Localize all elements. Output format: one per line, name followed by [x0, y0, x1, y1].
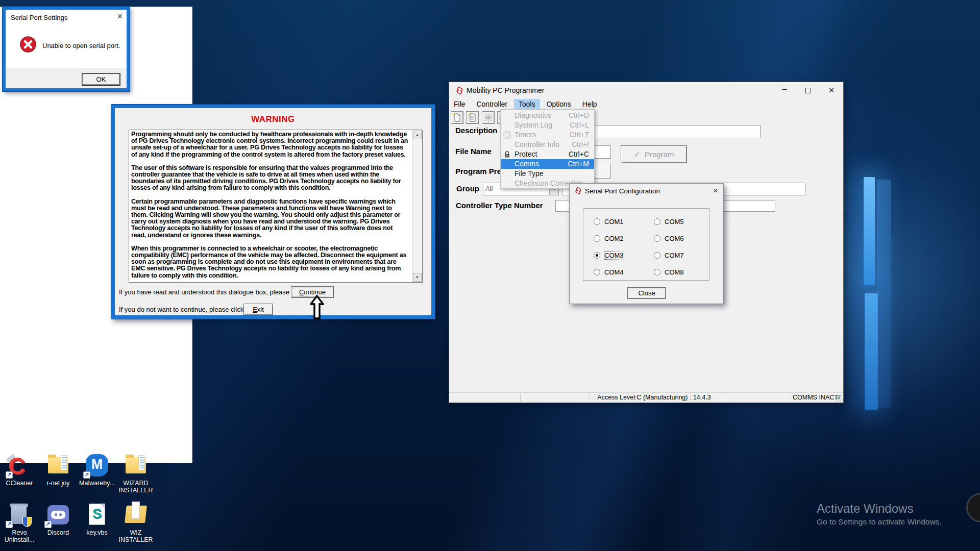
- shortcut-arrow-icon: [6, 471, 13, 479]
- maximize-icon: [805, 88, 811, 93]
- radio-icon[interactable]: [654, 269, 660, 276]
- shortcut-arrow-icon: [44, 521, 52, 528]
- folder-icon: [124, 453, 148, 478]
- activate-title: Activate Windows: [817, 502, 942, 516]
- desktop-icon-wiz-installer[interactable]: WIZ INSTALLER: [116, 503, 155, 543]
- edge-floating-bubble[interactable]: [966, 493, 980, 522]
- radio-icon[interactable]: [594, 235, 600, 242]
- group-value: All: [485, 185, 493, 192]
- activate-windows-watermark: Activate Windows Go to Settings to activ…: [817, 502, 942, 527]
- radio-icon[interactable]: [654, 218, 660, 225]
- description-label: Description: [455, 126, 498, 135]
- menu-item-protect[interactable]: ProtectCtrl+C: [501, 149, 594, 159]
- shortcut-arrow-icon: [6, 521, 13, 528]
- desktop-icon-malwarebytes[interactable]: Malwareby...: [78, 453, 116, 487]
- discord-icon: [46, 503, 70, 527]
- window-title: Mobility PC Programmer: [467, 86, 544, 94]
- program-button[interactable]: ✓Program: [621, 145, 687, 163]
- shortcut-arrow-icon: [83, 471, 90, 479]
- close-button[interactable]: ×: [820, 82, 843, 99]
- desktop-icon-revo-uninstaller[interactable]: Revo Uninstall...: [0, 503, 39, 543]
- controller-type-label: Controller Type Number: [456, 201, 543, 210]
- vbscript-file-icon: S: [85, 503, 109, 527]
- radio-com7[interactable]: COM7: [654, 252, 684, 260]
- scroll-up-arrow-icon[interactable]: ▲: [413, 131, 422, 139]
- radio-com8[interactable]: COM8: [654, 268, 684, 277]
- status-access-level: Access Level:C (Manufacturing) : 14.4.3: [590, 394, 719, 401]
- warning-dialog: WARNING Programming should only be condu…: [111, 105, 435, 319]
- status-bar: Access Level:C (Manufacturing) : 14.4.3 …: [449, 392, 843, 403]
- menu-item-diagnostics[interactable]: DiagnosticsCtrl+D: [501, 111, 594, 120]
- wallpaper-logo-pane: [877, 180, 891, 408]
- serial-port-settings-dialog: Serial Port Settings × Unable to open se…: [3, 7, 130, 91]
- ok-button[interactable]: OK: [82, 73, 120, 85]
- warning-text: Programming should only be conducted by …: [131, 131, 409, 283]
- clock-icon: [503, 131, 511, 139]
- menu-tools[interactable]: Tools: [514, 99, 540, 110]
- radio-com1[interactable]: COM1: [594, 218, 624, 226]
- maximize-button[interactable]: [796, 82, 820, 99]
- desktop-icon-key-vbs[interactable]: S key.vbs: [78, 503, 116, 536]
- open-folder-icon: [124, 503, 148, 527]
- radio-com4[interactable]: COM4: [594, 268, 624, 277]
- menu-item-timers[interactable]: TimersCtrl+T: [501, 130, 594, 140]
- title-bar: Mobility PC Programmer – ×: [449, 82, 843, 99]
- menu-options[interactable]: Options: [542, 99, 576, 110]
- exit-prompt: If you do not want to continue, please c…: [119, 306, 261, 313]
- program-preset-label: Program Pre: [455, 167, 501, 176]
- new-file-button[interactable]: [451, 111, 463, 124]
- menu-item-system-log[interactable]: System LogCtrl+L: [501, 120, 594, 130]
- wallpaper-logo-bar-top: [864, 177, 875, 285]
- menu-controller[interactable]: Controller: [472, 99, 512, 110]
- radio-icon-selected[interactable]: [594, 252, 600, 259]
- warning-paragraph: When this programmer is connected to a w…: [131, 245, 409, 279]
- resize-grip[interactable]: [836, 395, 843, 402]
- menu-item-comms[interactable]: CommsCtrl+M: [501, 159, 594, 169]
- minimize-button[interactable]: –: [773, 82, 796, 99]
- radio-com6[interactable]: COM6: [654, 235, 684, 243]
- wallpaper-logo-bar-bottom: [865, 293, 878, 410]
- desktop-icon-ccleaner[interactable]: C CCleaner: [0, 453, 39, 487]
- group-label: Group: [456, 184, 479, 193]
- exit-button[interactable]: Exit: [243, 304, 273, 315]
- menu-bar: File Controller Tools Options Help: [449, 99, 843, 110]
- radio-icon[interactable]: [594, 269, 600, 276]
- serial-port-configuration-dialog: Serial Port Configuration × COM1 COM2 CO…: [569, 183, 724, 304]
- desktop-icon-discord[interactable]: Discord: [39, 503, 78, 536]
- check-icon: ✓: [634, 150, 641, 159]
- warning-paragraph: Certain programmable parameters and diag…: [131, 198, 409, 239]
- file-name-label: File Name: [455, 147, 492, 156]
- malwarebytes-icon: [85, 453, 109, 478]
- radio-com3[interactable]: COM3: [594, 252, 624, 260]
- close-icon[interactable]: ×: [117, 12, 122, 21]
- revo-icon: [7, 503, 32, 527]
- com-port-groupbox: COM1 COM2 COM3 COM4 COM5 COM6 COM7 COM8: [583, 208, 709, 281]
- close-dialog-button[interactable]: Close: [627, 287, 666, 299]
- pointer-arrow-annotation: [310, 295, 324, 319]
- menu-help[interactable]: Help: [578, 99, 602, 110]
- app-logo-icon: [574, 187, 582, 195]
- open-file-button[interactable]: [466, 111, 479, 124]
- warning-text-box: Programming should only be conducted by …: [129, 130, 423, 283]
- dialog-title: Serial Port Settings: [11, 14, 67, 21]
- ccleaner-icon: C: [7, 453, 32, 478]
- tools-dropdown-menu: DiagnosticsCtrl+D System LogCtrl+L Timer…: [500, 109, 595, 189]
- radio-com2[interactable]: COM2: [594, 235, 624, 243]
- desktop-icon-rnet-joy[interactable]: r-net joy: [39, 453, 78, 487]
- menu-item-file-type[interactable]: File Type: [501, 169, 594, 179]
- scroll-down-arrow-icon[interactable]: ▼: [413, 273, 422, 282]
- error-message: Unable to open serial port.: [42, 42, 120, 49]
- radio-icon[interactable]: [594, 218, 600, 225]
- comms-disconnect-button[interactable]: [482, 111, 495, 124]
- radio-icon[interactable]: [654, 252, 660, 259]
- folder-icon: [46, 453, 70, 478]
- warning-scrollbar[interactable]: ▲ ▼: [412, 130, 422, 282]
- menu-file[interactable]: File: [449, 99, 470, 110]
- close-icon[interactable]: ×: [713, 186, 718, 196]
- radio-com5[interactable]: COM5: [654, 218, 684, 226]
- status-comms: COMMS INACTI: [793, 394, 840, 401]
- desktop-icon-wizard-installer[interactable]: WIZARD INSTALLER: [116, 453, 155, 494]
- warning-paragraph: Programming should only be conducted by …: [131, 131, 409, 158]
- menu-item-controller-info[interactable]: Controller InfoCtrl+I: [501, 140, 594, 149]
- radio-icon[interactable]: [654, 235, 660, 242]
